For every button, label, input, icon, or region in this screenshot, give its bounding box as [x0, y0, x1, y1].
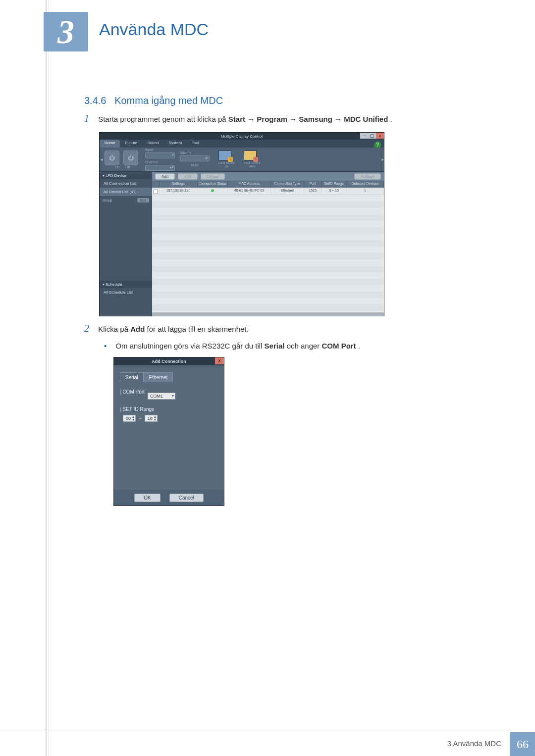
tab-ethernet[interactable]: Ethernet	[144, 372, 173, 382]
power-on-icon[interactable]: ⏻	[105, 151, 119, 165]
gutter-divider	[46, 0, 47, 756]
mute-label: Mute	[180, 163, 210, 167]
sidebar-all-device-list[interactable]: All Device List (01)	[100, 188, 152, 196]
step-1-bold-samsung: Samsung	[299, 115, 332, 123]
volume-field-group: Volume ► Mute	[180, 151, 210, 168]
dialog-close-button[interactable]: x	[215, 357, 224, 364]
delete-button[interactable]: Delete	[201, 173, 225, 180]
th-settings: Settings	[160, 181, 198, 188]
dialog-title: Add Connection	[152, 359, 186, 364]
sidebar-all-connection[interactable]: All Connection List	[100, 179, 152, 188]
dialog-titlebar: Add Connection x	[114, 357, 224, 365]
comport-dropdown[interactable]: COM1 ▾	[148, 393, 175, 400]
main-panel: Add Edit Delete Refresh Settings Connect…	[152, 172, 384, 316]
toolbar: ◄ ⏻ ⏻ On Off Input ▾ Channel ▴▾ Volume ►…	[100, 148, 384, 172]
comport-value: COM1	[150, 394, 163, 399]
th-connection-type: Connection Type	[271, 181, 304, 188]
bullet-bold-serial: Serial	[265, 342, 285, 350]
close-button[interactable]: x	[376, 133, 384, 139]
chapter-number-badge: 3	[44, 12, 88, 51]
arrow-3: →	[334, 115, 344, 123]
status-led-icon	[211, 189, 214, 192]
page-footer: 3 Använda MDC 66	[0, 732, 535, 756]
step-1-period: .	[390, 115, 392, 123]
range-to-stepper[interactable]: 10 ▴▾	[145, 415, 158, 422]
step-2-bold-add: Add	[130, 325, 145, 333]
sidebar-schedule-header[interactable]: ▾ Schedule	[100, 281, 152, 288]
fault1-label2: Alert	[244, 165, 260, 168]
th-detected-devices: Detected Devices	[347, 181, 384, 188]
fault-device-alert[interactable]: ! Fault Device Alert	[244, 151, 260, 168]
row-detected: 1	[347, 188, 384, 195]
tab-tool[interactable]: Tool	[187, 140, 204, 148]
arrow-1: →	[247, 115, 257, 123]
main-body: ▾ LFD Device All Connection List All Dev…	[100, 172, 384, 316]
chapter-number: 3	[57, 12, 74, 51]
step-2-pre: Klicka på	[98, 325, 130, 333]
sidebar-all-schedule[interactable]: All Schedule List	[100, 288, 152, 297]
step-2-number: 2	[84, 323, 89, 334]
row-connection-status	[198, 188, 228, 195]
comport-field: COM Port COM1 ▾	[120, 389, 218, 400]
tab-serial[interactable]: Serial	[120, 372, 144, 382]
sidebar-bottom-spacer	[100, 297, 152, 316]
input-dropdown[interactable]: ▾	[145, 152, 175, 158]
tab-sound[interactable]: Sound	[142, 140, 163, 148]
table-empty-rows	[152, 195, 384, 316]
screenshot-add-connection-dialog: Add Connection x Serial Ethernet COM Por…	[113, 357, 224, 506]
tab-system[interactable]: System	[163, 140, 187, 148]
add-button[interactable]: Add	[155, 173, 175, 180]
left-gutter	[0, 0, 50, 756]
channel-stepper[interactable]: ▴▾	[145, 165, 175, 171]
step-1-text-pre: Starta programmet genom att klicka på	[98, 115, 228, 123]
cancel-button[interactable]: Cancel	[169, 494, 204, 502]
page: 3 Använda MDC 3.4.6 Komma igång med MDC …	[0, 0, 535, 756]
bullet-dot: •	[104, 342, 107, 350]
input-label: Input	[145, 148, 175, 151]
row-checkbox[interactable]	[152, 188, 160, 195]
section-number: 3.4.6	[84, 95, 106, 106]
power-off-icon[interactable]: ⏻	[123, 151, 138, 165]
tab-picture[interactable]: Picture	[120, 140, 142, 148]
th-setid-range: SetID Range	[321, 181, 347, 188]
minimize-button[interactable]: –	[360, 133, 368, 139]
tab-home[interactable]: Home	[100, 140, 120, 148]
sidebar: ▾ LFD Device All Connection List All Dev…	[100, 172, 152, 316]
table-row[interactable]: 107.108.89.126 40-61-86-4E-FC-65 Etherne…	[152, 188, 384, 195]
step-2-post: för att lägga till en skärmenhet.	[147, 325, 249, 333]
edit-button[interactable]: Edit	[178, 173, 198, 180]
sidebar-group-label: Group	[103, 199, 112, 202]
fault-device-0[interactable]: ! Fault Device (0)	[218, 151, 235, 168]
range-from-stepper[interactable]: 00 ▴▾	[123, 415, 136, 422]
maximize-button[interactable]: ▢	[368, 133, 376, 139]
range-to-value: 10	[146, 416, 154, 421]
footer-text: 3 Använda MDC	[447, 732, 510, 756]
th-checkbox	[152, 181, 160, 188]
screenshot-main-window: Multiple Display Control – ▢ x Home Pict…	[99, 132, 384, 316]
fault1-label1: Fault Device	[244, 161, 260, 165]
warning-icon: !	[253, 157, 258, 162]
volume-label: Volume	[180, 151, 210, 154]
channel-label: Channel	[145, 160, 175, 164]
table-header: Settings Connection Status MAC Address C…	[152, 181, 384, 188]
dialog-tabs: Serial Ethernet	[120, 372, 218, 382]
volume-slider[interactable]: ►	[180, 155, 210, 161]
setid-range-row: 00 ▴▾ ~ 10 ▴▾	[123, 415, 218, 422]
fault0-label2: (0)	[218, 165, 235, 168]
input-field-group: Input ▾ Channel ▴▾	[145, 148, 175, 171]
refresh-button[interactable]: Refresh	[354, 173, 381, 180]
alert-icon: !	[244, 151, 257, 160]
chevron-down-icon: ▾	[172, 394, 174, 398]
sidebar-group-edit-button[interactable]: Edit	[137, 198, 149, 202]
setid-field: SET ID Range 00 ▴▾ ~ 10 ▴▾	[120, 406, 218, 422]
monitor-icon: !	[218, 151, 231, 160]
ok-button[interactable]: OK	[134, 494, 160, 502]
dialog-footer: OK Cancel	[114, 490, 224, 505]
horizontal-scrollbar[interactable]	[152, 312, 384, 316]
bullet-mid: och anger	[287, 342, 322, 350]
row-setid: 0 ~ 10	[321, 188, 347, 195]
stepper-arrows-icon: ▴▾	[132, 415, 134, 421]
scroll-right-icon[interactable]: ►	[381, 157, 384, 162]
sidebar-lfd-header[interactable]: ▾ LFD Device	[100, 172, 152, 179]
action-row: Add Edit Delete Refresh	[152, 172, 384, 181]
